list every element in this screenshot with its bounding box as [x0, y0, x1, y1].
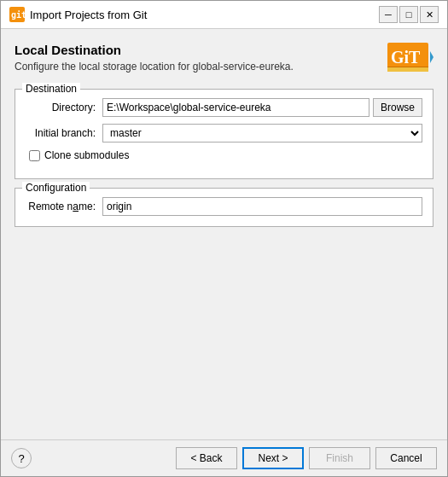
svg-rect-5	[387, 67, 428, 72]
clone-submodules-row: Clone submodules	[26, 149, 422, 161]
restore-button[interactable]: □	[399, 6, 418, 23]
header-section: Local Destination Configure the local st…	[15, 43, 433, 77]
initial-branch-label: Initial branch:	[26, 127, 102, 139]
dialog-title: Import Projects from Git	[30, 9, 374, 21]
clone-submodules-label[interactable]: Clone submodules	[44, 149, 129, 161]
import-dialog: git Import Projects from Git ─ □ ✕ Local…	[0, 0, 448, 477]
destination-group: Destination Directory: Browse Initial br…	[15, 89, 433, 179]
remote-name-label: Remote name:	[26, 201, 102, 212]
directory-row: Directory: Browse	[26, 98, 422, 117]
browse-button[interactable]: Browse	[373, 98, 422, 117]
remote-name-row: Remote name:	[26, 197, 422, 216]
svg-text:git: git	[11, 10, 25, 20]
header-title: Local Destination	[15, 43, 294, 57]
footer: ? < Back Next > Finish Cancel	[1, 439, 447, 476]
svg-marker-6	[430, 51, 433, 63]
header-text: Local Destination Configure the local st…	[15, 43, 294, 73]
back-button[interactable]: < Back	[176, 447, 237, 469]
cancel-button[interactable]: Cancel	[375, 447, 437, 469]
minimize-button[interactable]: ─	[379, 6, 398, 23]
dialog-icon: git	[9, 7, 25, 22]
clone-submodules-checkbox[interactable]	[29, 150, 40, 161]
content-spacer	[15, 236, 433, 431]
initial-branch-select[interactable]: master	[102, 124, 422, 143]
close-button[interactable]: ✕	[420, 6, 439, 23]
title-bar: git Import Projects from Git ─ □ ✕	[1, 1, 447, 29]
directory-input[interactable]	[102, 98, 369, 117]
initial-branch-row: Initial branch: master	[26, 124, 422, 143]
remote-name-input[interactable]	[102, 197, 422, 216]
finish-button[interactable]: Finish	[309, 447, 370, 469]
dialog-content: Local Destination Configure the local st…	[1, 29, 447, 439]
configuration-group: Configuration Remote name:	[15, 188, 433, 227]
header-description: Configure the local storage location for…	[15, 61, 294, 73]
directory-label: Directory:	[26, 102, 102, 113]
destination-group-label: Destination	[22, 83, 80, 95]
help-button[interactable]: ?	[11, 448, 32, 468]
git-logo: GiT	[387, 43, 433, 77]
svg-text:GiT: GiT	[391, 48, 421, 67]
title-bar-buttons: ─ □ ✕	[379, 6, 439, 23]
configuration-group-label: Configuration	[22, 182, 90, 194]
next-button[interactable]: Next >	[242, 447, 304, 469]
